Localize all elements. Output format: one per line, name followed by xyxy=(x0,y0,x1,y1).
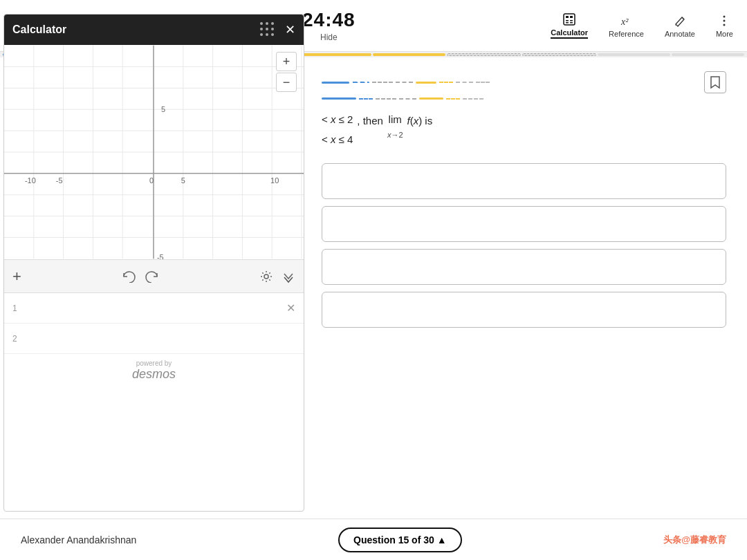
calc-header: Calculator ✕ xyxy=(4,15,304,45)
close-icon[interactable]: ✕ xyxy=(285,22,295,37)
undo-button[interactable] xyxy=(122,270,136,283)
condition-1: < x ≤ 2 xyxy=(322,110,353,130)
expr-num-2: 2 xyxy=(12,334,24,344)
toolbar-annotate[interactable]: Annotate xyxy=(665,14,695,38)
svg-text:-5: -5 xyxy=(56,176,63,185)
drag-handle-icon[interactable] xyxy=(260,22,275,37)
svg-rect-3 xyxy=(566,20,569,21)
expression-list: 1 ✕ 2 xyxy=(4,292,304,354)
toolbar-more[interactable]: More xyxy=(716,14,733,38)
expression-row-1[interactable]: 1 ✕ xyxy=(4,293,304,324)
calc-title: Calculator xyxy=(12,24,66,36)
condition-2: < x ≤ 4 xyxy=(322,130,353,150)
svg-rect-6 xyxy=(570,22,573,24)
expr-input-1[interactable] xyxy=(29,303,281,314)
toolbar-reference[interactable]: x² Reference xyxy=(609,14,644,38)
reference-icon: x² xyxy=(619,14,633,28)
more-icon xyxy=(717,14,731,28)
svg-rect-5 xyxy=(566,22,569,24)
student-name: Alexander Anandakrishnan xyxy=(21,534,136,545)
calc-tool-right xyxy=(259,270,295,283)
svg-text:0: 0 xyxy=(149,176,154,185)
svg-rect-2 xyxy=(570,16,573,18)
more-label: More xyxy=(716,30,733,38)
redo-button[interactable] xyxy=(145,270,159,283)
expr-close-1[interactable]: ✕ xyxy=(286,301,295,315)
graph-area[interactable]: -10 -5 0 5 10 5 -5 + − xyxy=(4,45,304,259)
svg-rect-1 xyxy=(566,16,569,18)
answer-choice-b[interactable] xyxy=(322,206,726,242)
svg-point-39 xyxy=(264,274,268,279)
annotate-icon xyxy=(673,14,687,28)
zoom-in-button[interactable]: + xyxy=(276,52,297,71)
expr-input-2[interactable] xyxy=(29,333,295,344)
question-nav-button[interactable]: Question 15 of 30 ▲ xyxy=(338,528,461,552)
answer-choices xyxy=(322,163,726,328)
calculator-panel: Calculator ✕ xyxy=(3,14,304,512)
timer-area: 24:48 Hide xyxy=(302,9,356,42)
question-header xyxy=(322,71,726,100)
svg-text:x²: x² xyxy=(620,17,629,27)
bookmark-button[interactable] xyxy=(704,71,726,93)
svg-point-10 xyxy=(723,24,726,26)
settings-icon[interactable] xyxy=(259,270,273,283)
svg-text:-5: -5 xyxy=(157,253,164,259)
svg-point-8 xyxy=(723,15,726,17)
bottom-bar: Alexander Anandakrishnan Question 15 of … xyxy=(0,519,747,560)
zoom-out-button[interactable]: − xyxy=(276,73,297,92)
calc-tool-left: + xyxy=(12,268,21,286)
svg-point-9 xyxy=(723,19,726,21)
svg-rect-0 xyxy=(564,14,575,25)
expr-num-1: 1 xyxy=(12,304,24,313)
answer-choice-c[interactable] xyxy=(322,249,726,285)
annotate-label: Annotate xyxy=(665,30,695,38)
svg-text:5: 5 xyxy=(181,176,185,185)
answer-choice-a[interactable] xyxy=(322,163,726,199)
toolbar-calculator[interactable]: Calculator xyxy=(551,12,588,39)
calculator-label: Calculator xyxy=(551,28,588,39)
toolbar: Calculator x² Reference Annotate xyxy=(551,12,733,39)
desmos-powered-text: powered by xyxy=(10,360,298,367)
svg-rect-4 xyxy=(570,20,573,21)
add-expression-button[interactable]: + xyxy=(12,268,21,286)
question-nav-label: Question 15 of 30 ▲ xyxy=(353,534,446,545)
svg-text:5: 5 xyxy=(161,105,165,113)
calculator-icon xyxy=(562,12,576,26)
calc-header-icons: ✕ xyxy=(260,22,295,37)
watermark: 头条@藤睿教育 xyxy=(663,534,726,546)
desmos-logo: desmos xyxy=(132,367,176,381)
math-content: < x ≤ 2 < x ≤ 4 , then lim x→2 f(x) is xyxy=(322,110,726,149)
main-content: < x ≤ 2 < x ≤ 4 , then lim x→2 f(x) is xyxy=(301,57,747,519)
graph-zoom: + − xyxy=(276,52,297,92)
reference-label: Reference xyxy=(609,30,644,38)
answer-choice-d[interactable] xyxy=(322,292,726,328)
chevron-down-icon[interactable] xyxy=(282,270,295,283)
svg-text:10: 10 xyxy=(270,176,279,185)
hide-label[interactable]: Hide xyxy=(320,32,338,42)
timer-display: 24:48 xyxy=(302,9,356,31)
expression-row-2[interactable]: 2 xyxy=(4,324,304,354)
svg-text:-10: -10 xyxy=(25,176,36,185)
desmos-credit: powered by desmos xyxy=(4,354,304,387)
calc-toolbar: + xyxy=(4,259,304,292)
